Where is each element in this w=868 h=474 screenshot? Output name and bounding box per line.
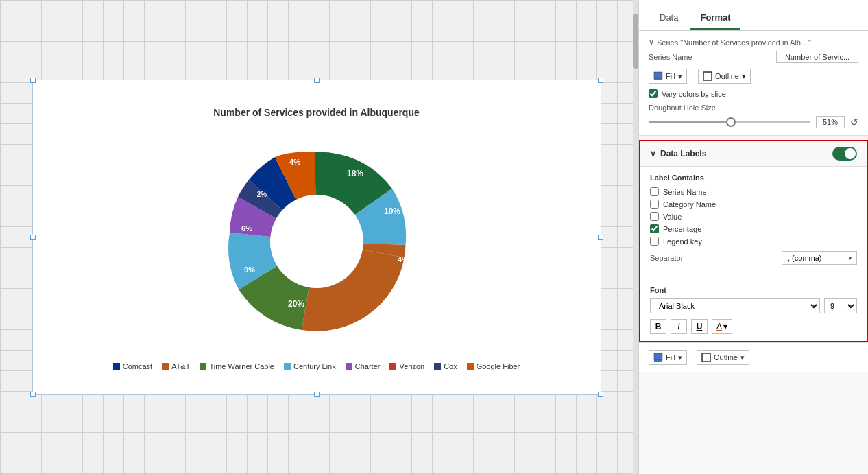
font-size-select[interactable]: 9 8 10 11 12 [824,298,857,313]
font-color-label: A [716,322,722,331]
label-u3: 4% [398,255,409,263]
chart-legend: Comcast AT&T Time Warner Cable Century L… [99,358,534,375]
font-name-wrap: Arial Black Arial Calibri Times New Roma… [650,298,820,313]
font-row: Arial Black Arial Calibri Times New Roma… [650,298,857,313]
font-size-wrap: 9 8 10 11 12 [824,298,857,313]
value-checkbox-row: Value [650,212,857,221]
slider-fill [649,121,731,123]
font-section: Font Arial Black Arial Calibri Times New… [640,279,867,341]
percentage-checkbox[interactable] [650,224,659,233]
legend-cox: Cox [434,362,457,370]
svg-rect-2 [703,72,712,80]
value-checkbox[interactable] [650,212,659,221]
doughnut-value[interactable]: 51% [816,116,845,128]
handle-mid-right[interactable] [598,235,603,240]
donut-chart: 31% 20% 9% 6% 2% 4% 18% 10% 4% [200,125,433,358]
label-u1: 18% [346,169,363,178]
handle-bottom-right[interactable] [598,392,603,397]
data-labels-header: ∨ Data Labels [640,141,867,167]
handle-top-mid[interactable] [314,78,320,83]
handle-top-right[interactable] [598,78,603,83]
separator-select-wrap: , (comma) ; (semicolon) . (period) newli… [782,251,857,265]
italic-button[interactable]: I [671,319,687,334]
underline-button[interactable]: U [691,319,708,334]
category-name-checkbox-row: Category Name [650,200,857,209]
tab-data[interactable]: Data [650,7,688,30]
data-labels-toggle[interactable] [832,147,857,161]
bottom-fill-outline-row: Fill ▾ Outline ▾ [639,342,868,372]
legend-twc: Time Warner Cable [200,362,274,370]
data-labels-title: ∨ Data Labels [650,149,706,158]
svg-rect-0 [654,72,662,79]
doughnut-slider-track[interactable] [649,121,810,123]
label-cox: 2% [256,191,267,198]
label-contains-title: Label Contains [650,174,857,182]
data-labels-chevron[interactable]: ∨ [650,149,656,158]
vary-colors-label: Vary colors by slice [662,90,726,98]
legend-charter: Charter [346,362,381,370]
handle-bottom-mid[interactable] [314,392,320,397]
separator-label: Separator [650,254,683,262]
font-label: Font [650,286,857,294]
toggle-knob [845,148,856,159]
fill-button[interactable]: Fill ▾ [649,69,687,84]
bottom-fill-button[interactable]: Fill ▾ [649,350,687,365]
legend-comcast: Comcast [113,362,152,370]
label-twc: 20% [287,299,304,309]
tab-format[interactable]: Format [690,7,740,30]
chart-container[interactable]: Number of Services provided in Albuquerq… [32,80,601,395]
handle-top-left[interactable] [30,78,36,83]
data-labels-section: ∨ Data Labels Label Contains Series Name… [639,140,868,342]
scroll-thumb[interactable] [633,14,638,69]
series-name-row: Series Name Number of Servic... [649,51,858,63]
doughnut-hole-label: Doughnut Hole Size [649,104,858,112]
label-charter: 6% [241,224,252,233]
legend-key-checkbox-row: Legend key [650,237,857,246]
reset-button[interactable]: ↺ [850,117,858,128]
svg-rect-5 [702,353,710,362]
series-section: ∨ Series "Number of Services provided in… [639,31,868,136]
fill-icon [653,71,663,81]
main-canvas: Number of Services provided in Albuquerq… [0,0,633,474]
svg-rect-4 [654,360,662,362]
data-labels-content: Label Contains Series Name Category Name… [640,167,867,279]
bottom-outline-button[interactable]: Outline ▾ [697,350,749,365]
doughnut-slider-row: 51% ↺ [649,116,858,128]
chart-title: Number of Services provided in Albuquerq… [213,107,420,118]
separator-row: Separator , (comma) ; (semicolon) . (per… [650,251,857,265]
vary-colors-checkbox[interactable] [649,89,658,98]
font-name-select[interactable]: Arial Black Arial Calibri Times New Roma… [650,298,820,313]
legend-att: AT&T [162,362,190,370]
series-name-label: Series Name [649,53,692,61]
bold-button[interactable]: B [650,319,666,334]
series-name-value[interactable]: Number of Servic... [776,51,858,63]
handle-bottom-left[interactable] [30,392,36,397]
scrollbar[interactable] [633,0,638,474]
category-name-checkbox[interactable] [650,200,659,209]
svg-rect-1 [654,79,662,80]
series-name-checkbox[interactable] [650,187,659,196]
vary-colors-row: Vary colors by slice [649,89,858,98]
label-u2: 10% [383,206,400,216]
separator-select[interactable]: , (comma) ; (semicolon) . (period) newli… [782,251,857,265]
percentage-checkbox-row: Percentage [650,224,857,233]
legend-verizon: Verizon [389,362,424,370]
right-panel: Data Format ∨ Series "Number of Services… [638,0,868,474]
bottom-outline-icon [701,353,711,362]
handle-mid-left[interactable] [30,235,36,240]
legend-key-checkbox[interactable] [650,237,659,246]
legend-cl: Century Link [284,362,336,370]
outline-icon [703,71,712,81]
font-color-button[interactable]: A ▾ [712,319,732,334]
series-name-checkbox-row: Series Name [650,187,857,196]
label-cl: 9% [244,265,255,274]
slider-thumb[interactable] [726,117,736,127]
series-section-title: ∨ Series "Number of Services provided in… [649,38,858,47]
legend-googlefiber: Google Fiber [467,362,520,370]
font-format-row: B I U A ▾ [650,319,857,334]
bottom-fill-icon [653,353,663,362]
series-chevron[interactable]: ∨ [649,38,654,47]
outline-button[interactable]: Outline ▾ [698,69,751,84]
chart-body: Number of Services provided in Albuquerq… [33,80,601,394]
svg-rect-3 [654,353,662,360]
